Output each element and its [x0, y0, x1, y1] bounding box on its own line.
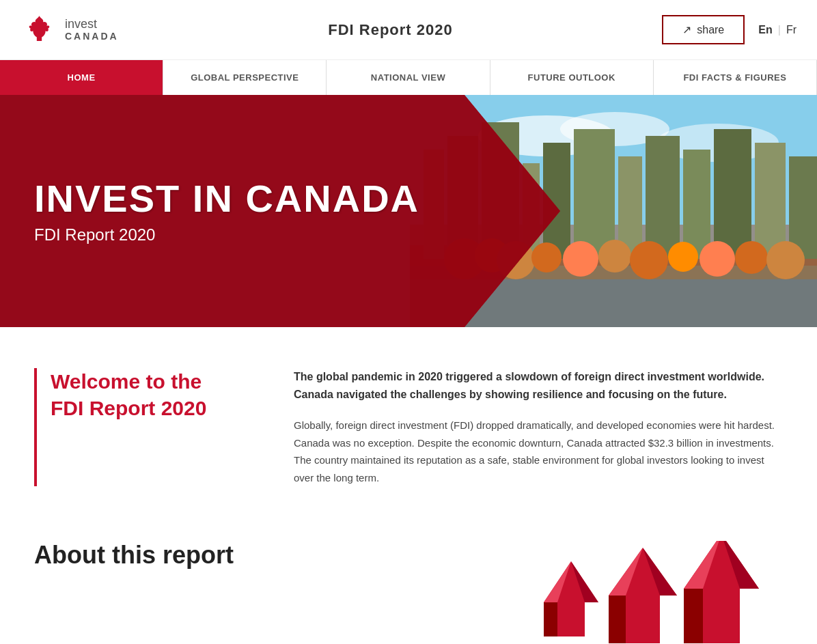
- share-icon: ↗: [682, 23, 691, 36]
- arrows-decoration: [503, 541, 776, 644]
- about-section: About this report: [0, 527, 817, 644]
- welcome-lead-text: The global pandemic in 2020 triggered a …: [294, 368, 783, 403]
- lang-fr-button[interactable]: Fr: [786, 24, 797, 36]
- header-title: FDI Report 2020: [328, 21, 453, 39]
- maple-leaf-icon: [20, 11, 58, 48]
- share-label: share: [697, 24, 724, 36]
- hero-section: INVEST IN CANADA FDI Report 2020: [0, 95, 817, 327]
- nav-item-national[interactable]: NATIONAL VIEW: [327, 60, 490, 95]
- welcome-title: Welcome to the FDI Report 2020: [51, 368, 253, 421]
- logo-text: invest CANADA: [65, 18, 119, 42]
- nav-item-future[interactable]: FUTURE OUTLOOK: [490, 60, 654, 95]
- site-header: invest CANADA FDI Report 2020 ↗ share En…: [0, 0, 817, 60]
- hero-main-title: INVEST IN CANADA: [34, 178, 783, 220]
- welcome-left-panel: Welcome to the FDI Report 2020: [34, 368, 253, 486]
- header-right: ↗ share En | Fr: [662, 15, 797, 44]
- hero-subtitle: FDI Report 2020: [34, 225, 783, 244]
- svg-marker-42: [684, 589, 703, 643]
- about-left: About this report: [34, 541, 469, 583]
- logo-invest: invest: [65, 18, 119, 31]
- lang-divider: |: [778, 24, 781, 36]
- hero-content: INVEST IN CANADA FDI Report 2020: [0, 95, 817, 327]
- nav-item-fdi[interactable]: FDI FACTS & FIGURES: [654, 60, 817, 95]
- about-title: About this report: [34, 541, 469, 570]
- language-switcher: En | Fr: [758, 24, 797, 36]
- nav-item-global[interactable]: GLOBAL PERSPECTIVE: [163, 60, 327, 95]
- welcome-right-panel: The global pandemic in 2020 triggered a …: [294, 368, 783, 486]
- nav-item-home[interactable]: HOME: [0, 60, 163, 95]
- lang-en-button[interactable]: En: [758, 24, 772, 36]
- main-nav: HOME GLOBAL PERSPECTIVE NATIONAL VIEW FU…: [0, 60, 817, 95]
- welcome-section: Welcome to the FDI Report 2020 The globa…: [0, 327, 817, 527]
- logo-area[interactable]: invest CANADA: [20, 11, 119, 48]
- svg-marker-38: [609, 596, 626, 643]
- welcome-body-text: Globally, foreign direct investment (FDI…: [294, 417, 783, 486]
- logo-canada: CANADA: [65, 31, 119, 42]
- about-right-decoration: [496, 541, 783, 644]
- svg-marker-34: [544, 602, 557, 636]
- share-button[interactable]: ↗ share: [662, 15, 745, 44]
